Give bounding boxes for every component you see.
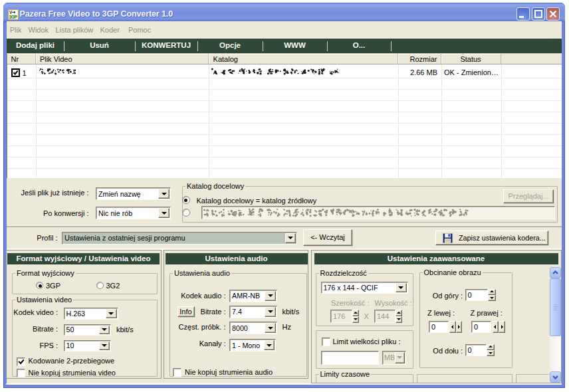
svg-text:OK - Zmienion…: OK - Zmienion… (444, 68, 499, 76)
svg-text:3GP: 3GP (9, 15, 18, 19)
svg-text:2.66 MB: 2.66 MB (410, 68, 437, 76)
